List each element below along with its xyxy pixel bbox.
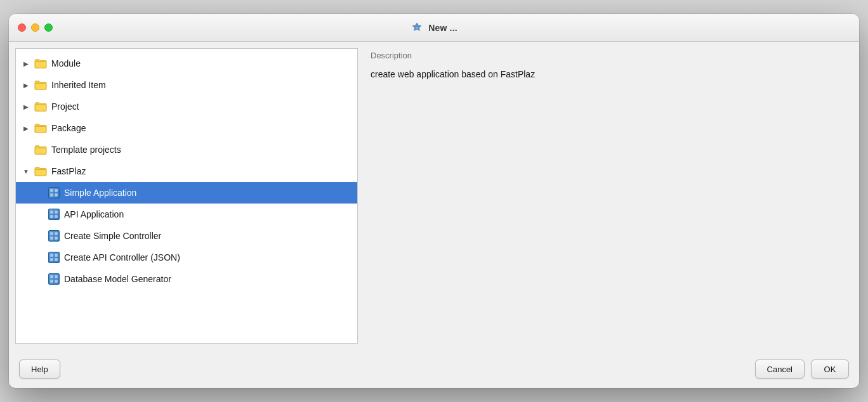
svg-rect-16	[50, 258, 53, 261]
folder-icon-template	[34, 145, 47, 155]
title-bar: New ...	[9, 14, 859, 42]
bottom-bar: Help Cancel OK	[9, 350, 859, 388]
tree-item-simple-ctrl[interactable]: Create Simple Controller	[16, 225, 357, 247]
description-panel: Description create web application based…	[358, 42, 859, 350]
expand-arrow-inherited[interactable]	[21, 80, 31, 90]
svg-rect-13	[55, 237, 58, 240]
action-buttons: Cancel OK	[755, 360, 849, 379]
tree-item-db-model[interactable]: Database Model Generator	[16, 268, 357, 290]
svg-rect-20	[50, 280, 53, 283]
ok-button[interactable]: OK	[811, 360, 849, 379]
tree-label-module: Module	[51, 58, 81, 68]
tree-label-package: Package	[51, 123, 86, 133]
item-icon-db-model	[48, 273, 60, 285]
tree-item-simple-app[interactable]: Simple Application	[16, 182, 357, 204]
tree-item-inherited[interactable]: Inherited Item	[16, 74, 357, 96]
folder-icon-inherited	[34, 80, 47, 90]
expand-arrow-simple-ctrl	[35, 231, 45, 241]
tree-label-simple-app: Simple Application	[64, 188, 136, 198]
tree-label-template: Template projects	[51, 145, 121, 155]
tree-label-fastplaz: FastPlaz	[51, 166, 86, 176]
expand-arrow-fastplaz[interactable]	[21, 166, 31, 176]
svg-rect-12	[50, 237, 53, 240]
tree-item-project[interactable]: Project	[16, 96, 357, 117]
svg-rect-7	[55, 211, 58, 214]
tree-item-api-ctrl[interactable]: Create API Controller (JSON)	[16, 247, 357, 268]
tree-item-module[interactable]: Module	[16, 53, 357, 74]
folder-icon-package	[34, 123, 47, 133]
item-icon-simple-app	[48, 187, 60, 198]
minimize-button[interactable]	[31, 23, 39, 32]
tree-label-db-model: Database Model Generator	[64, 274, 171, 284]
expand-arrow-package[interactable]	[21, 123, 31, 133]
close-button[interactable]	[18, 23, 26, 32]
svg-rect-9	[55, 215, 58, 218]
dialog-body: Module Inherited Item	[9, 42, 859, 350]
dialog-window: New ... Module	[9, 14, 859, 388]
window-icon	[411, 22, 423, 34]
expand-arrow-api-app	[35, 209, 45, 219]
expand-arrow-db-model	[35, 274, 45, 284]
description-text: create web application based on FastPlaz	[371, 68, 846, 81]
item-icon-api-app	[48, 209, 60, 220]
window-title: New ...	[428, 23, 457, 33]
folder-icon-module	[34, 58, 47, 68]
svg-point-1	[416, 26, 419, 29]
tree-item-api-app[interactable]: API Application	[16, 204, 357, 225]
tree-label-api-app: API Application	[64, 209, 124, 219]
svg-rect-21	[55, 280, 58, 283]
svg-rect-19	[55, 275, 58, 278]
tree-label-inherited: Inherited Item	[51, 80, 106, 90]
svg-rect-6	[50, 211, 53, 214]
svg-rect-4	[50, 193, 53, 197]
expand-arrow-module[interactable]	[21, 58, 31, 68]
tree-panel: Module Inherited Item	[15, 48, 358, 344]
expand-arrow-simple-app	[35, 188, 45, 198]
expand-arrow-project[interactable]	[21, 101, 31, 112]
svg-rect-17	[55, 258, 58, 261]
tree-label-simple-ctrl: Create Simple Controller	[64, 231, 161, 241]
folder-icon-fastplaz	[34, 166, 47, 176]
expand-arrow-api-ctrl	[35, 252, 45, 263]
tree-item-template[interactable]: Template projects	[16, 139, 357, 160]
tree-item-fastplaz[interactable]: FastPlaz	[16, 160, 357, 182]
svg-rect-18	[50, 275, 53, 278]
svg-rect-3	[55, 189, 58, 192]
svg-rect-5	[55, 193, 58, 197]
description-label: Description	[371, 51, 846, 60]
svg-rect-10	[50, 232, 53, 235]
svg-rect-8	[50, 215, 53, 218]
expand-arrow-template	[21, 145, 31, 155]
help-button[interactable]: Help	[19, 360, 60, 379]
tree-label-api-ctrl: Create API Controller (JSON)	[64, 252, 180, 263]
svg-rect-2	[50, 189, 53, 192]
tree-item-package[interactable]: Package	[16, 117, 357, 139]
item-icon-simple-ctrl	[48, 230, 60, 242]
title-bar-content: New ...	[411, 22, 457, 34]
folder-icon-project	[34, 101, 47, 112]
tree-label-project: Project	[51, 101, 79, 112]
svg-rect-11	[55, 232, 58, 235]
svg-rect-15	[55, 254, 58, 257]
item-icon-api-ctrl	[48, 252, 60, 263]
maximize-button[interactable]	[44, 23, 53, 32]
cancel-button[interactable]: Cancel	[755, 360, 805, 379]
tree-scroll[interactable]: Module Inherited Item	[16, 49, 357, 343]
svg-rect-14	[50, 254, 53, 257]
traffic-lights	[18, 23, 53, 32]
